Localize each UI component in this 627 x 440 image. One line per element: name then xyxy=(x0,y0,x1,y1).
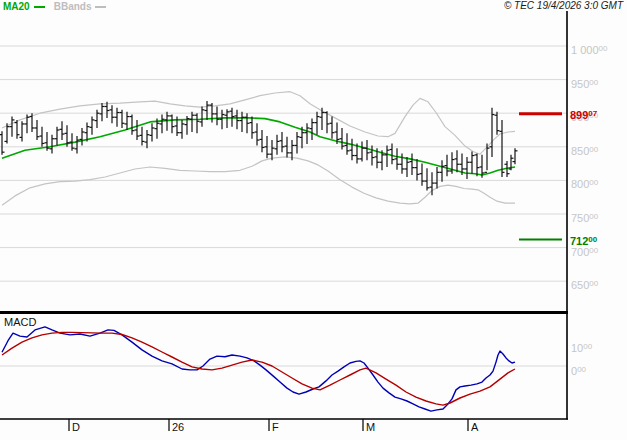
macd-line xyxy=(2,327,515,411)
support-price-label: 71200 xyxy=(570,234,624,246)
macd-axis-label: 000 xyxy=(571,364,625,376)
price-axis-label: 1 00000 xyxy=(571,43,625,55)
chart-canvas xyxy=(0,0,627,440)
ma20-line-swatch xyxy=(34,6,45,8)
resistance-price-label: 89907 xyxy=(570,108,624,120)
x-axis-label: A xyxy=(471,421,478,434)
chart-legend: MA20 BBands xyxy=(3,1,115,12)
x-axis-label: 26 xyxy=(172,421,184,434)
x-axis-label: D xyxy=(72,421,80,434)
price-axis-label: 85000 xyxy=(571,144,625,156)
stock-chart: MA20 BBands © TEC 19/4/2026 3:0 GMT MACD… xyxy=(0,0,627,440)
price-axis-label: 80000 xyxy=(571,177,625,189)
legend-ma20-label: MA20 xyxy=(3,1,30,12)
bollinger-lower-line xyxy=(2,157,515,205)
x-axis-label: F xyxy=(272,421,279,434)
price-axis-label: 75000 xyxy=(571,211,625,223)
x-axis-label: M xyxy=(366,421,375,434)
bbands-line-swatch xyxy=(95,6,106,8)
macd-panel-title: MACD xyxy=(4,316,36,328)
price-axis-label: 95000 xyxy=(571,77,625,89)
legend-bbands-label: BBands xyxy=(54,1,92,12)
copyright-timestamp: © TEC 19/4/2026 3:0 GMT xyxy=(504,0,623,11)
bollinger-upper-line xyxy=(2,92,515,155)
macd-axis-label: 1000 xyxy=(571,341,625,353)
price-axis-label: 65000 xyxy=(571,278,625,290)
signal-line xyxy=(2,332,515,405)
